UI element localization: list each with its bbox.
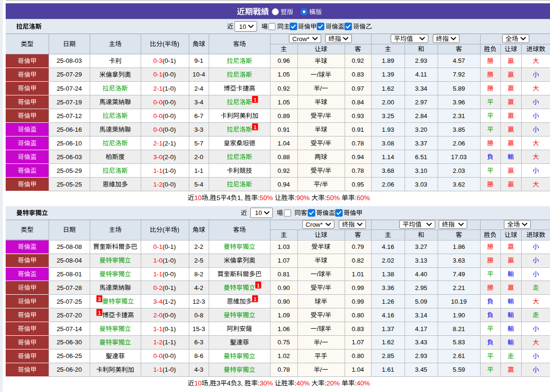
svg-text:1.62: 1.62 (382, 85, 394, 92)
svg-text:1-2: 1-2 (153, 181, 162, 188)
svg-text:1.04: 1.04 (278, 140, 290, 147)
svg-text:(0-1): (0-1) (162, 243, 176, 250)
svg-text:10: 10 (239, 23, 246, 30)
svg-text:2.84: 2.84 (415, 112, 428, 119)
svg-text:(0-0): (0-0) (162, 181, 176, 188)
svg-text:1.07: 1.07 (352, 339, 364, 346)
svg-text:1.05: 1.05 (278, 71, 290, 78)
svg-text:1.03: 1.03 (278, 243, 290, 250)
svg-text:15-3: 15-3 (193, 325, 205, 332)
svg-text:1.38: 1.38 (382, 271, 394, 278)
svg-text:(1-0): (1-0) (162, 167, 176, 174)
svg-text:25-06-10: 25-06-10 (57, 140, 82, 147)
svg-text:2-1: 2-1 (153, 85, 162, 92)
svg-text:3.14: 3.14 (415, 312, 428, 319)
svg-text:25-06-20: 25-06-20 (57, 366, 82, 373)
svg-text:2.00: 2.00 (382, 99, 394, 106)
svg-text:(1-1): (1-1) (162, 339, 176, 346)
svg-text:7.92: 7.92 (453, 71, 465, 78)
svg-text:1-0: 1-0 (153, 257, 162, 264)
svg-text:0.79: 0.79 (352, 243, 364, 250)
svg-text:25-06-03: 25-06-03 (57, 153, 82, 161)
svg-text:25-05-25: 25-05-25 (57, 181, 82, 188)
svg-text:2.31: 2.31 (453, 112, 465, 119)
svg-text:0.78: 0.78 (352, 167, 364, 174)
svg-text:4-2: 4-2 (194, 284, 203, 291)
svg-text:0.90: 0.90 (278, 298, 290, 305)
svg-text:1-1: 1-1 (153, 167, 162, 174)
svg-text:1-1: 1-1 (194, 167, 203, 174)
svg-text:5.59: 5.59 (453, 366, 465, 373)
svg-text:3.27: 3.27 (415, 243, 427, 250)
svg-text:0.90: 0.90 (278, 284, 290, 291)
svg-text:(1-0): (1-0) (162, 85, 176, 92)
svg-text:1.90: 1.90 (453, 312, 465, 319)
svg-text:2.85: 2.85 (382, 352, 394, 359)
svg-text:0.89: 0.89 (278, 112, 290, 119)
svg-text:5-4: 5-4 (194, 181, 203, 188)
svg-text:0-0: 0-0 (153, 352, 162, 359)
svg-text:17.03: 17.03 (451, 153, 467, 161)
svg-text:1.37: 1.37 (382, 325, 394, 332)
svg-text:10.19: 10.19 (451, 298, 467, 305)
svg-text:3-0: 3-0 (153, 153, 162, 161)
svg-text:0-2: 0-2 (153, 284, 162, 291)
svg-text:3.68: 3.68 (382, 167, 394, 174)
svg-text:25-07-25: 25-07-25 (57, 298, 82, 305)
svg-text:1-2: 1-2 (153, 339, 162, 346)
svg-text:0.91: 0.91 (278, 126, 290, 133)
svg-text:5.09: 5.09 (415, 298, 427, 305)
svg-text:25-05-29: 25-05-29 (57, 167, 82, 174)
svg-text:2-0: 2-0 (194, 153, 203, 161)
svg-text:0.92: 0.92 (278, 167, 290, 174)
svg-text:2-1: 2-1 (153, 140, 162, 147)
svg-text:(0-0): (0-0) (162, 99, 176, 106)
svg-text:1-1: 1-1 (153, 366, 162, 373)
svg-text:0.78: 0.78 (352, 140, 364, 147)
svg-text:1.93: 1.93 (382, 126, 394, 133)
svg-text:2-5: 2-5 (194, 257, 203, 264)
svg-text:25-08-04: 25-08-04 (57, 257, 82, 264)
svg-text:3.10: 3.10 (415, 167, 427, 174)
svg-text:5.83: 5.83 (453, 339, 465, 346)
svg-text:(0-1): (0-1) (162, 325, 176, 332)
svg-text:1.86: 1.86 (453, 243, 465, 250)
svg-text:2-0: 2-0 (153, 312, 162, 319)
svg-text:3.36: 3.36 (382, 284, 394, 291)
svg-text:0.99: 0.99 (352, 298, 364, 305)
svg-text:1.07: 1.07 (278, 257, 290, 264)
svg-text:0.84: 0.84 (352, 99, 364, 106)
svg-text:0.92: 0.92 (278, 85, 290, 92)
svg-text:(0-0): (0-0) (162, 271, 176, 278)
svg-text:5-7: 5-7 (194, 140, 203, 147)
svg-text:0-1: 0-1 (153, 71, 162, 78)
svg-text:25-07-19: 25-07-19 (57, 99, 82, 106)
svg-text:3.63: 3.63 (453, 257, 465, 264)
svg-text:25-07-20: 25-07-20 (57, 312, 82, 319)
svg-text:3.85: 3.85 (453, 126, 465, 133)
svg-text:1.89: 1.89 (382, 57, 394, 64)
svg-text:(0-1): (0-1) (162, 284, 176, 291)
svg-text:10: 10 (255, 209, 262, 216)
svg-text:(0-0): (0-0) (162, 112, 176, 119)
svg-text:3.62: 3.62 (453, 181, 465, 188)
svg-text:0.91: 0.91 (352, 126, 364, 133)
svg-text:1.14: 1.14 (382, 153, 395, 161)
svg-text:2-4: 2-4 (194, 85, 203, 92)
svg-text:3-3: 3-3 (194, 126, 203, 133)
svg-text:4.17: 4.17 (415, 325, 427, 332)
svg-text:3.25: 3.25 (382, 112, 394, 119)
svg-text:0-0: 0-0 (153, 126, 162, 133)
svg-text:0.95: 0.95 (352, 181, 364, 188)
svg-text:2-2: 2-2 (194, 243, 203, 250)
svg-text:3.20: 3.20 (415, 126, 427, 133)
svg-text:0.80: 0.80 (352, 312, 364, 319)
svg-text:25-06-16: 25-06-16 (57, 126, 82, 133)
svg-text:0-3: 0-3 (153, 57, 162, 64)
svg-text:1.02: 1.02 (278, 352, 290, 359)
svg-text:(1-0): (1-0) (162, 366, 176, 373)
svg-text:(0-0): (0-0) (162, 71, 176, 78)
svg-text:(0-0): (0-0) (162, 352, 176, 359)
svg-text:3.34: 3.34 (415, 85, 428, 92)
svg-text:(2-0): (2-0) (162, 153, 176, 161)
